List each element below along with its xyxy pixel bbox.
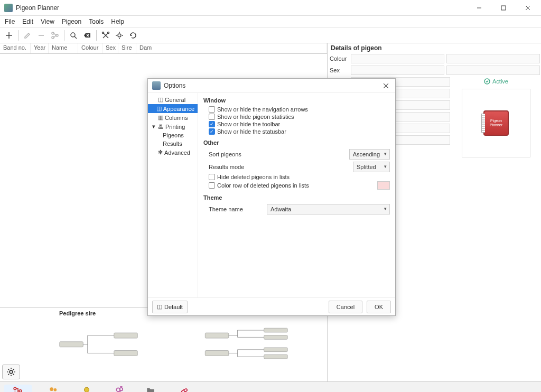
app-title: Pigeon Planner bbox=[16, 4, 467, 12]
section-theme: Theme bbox=[203, 194, 390, 201]
menu-file[interactable]: File bbox=[1, 17, 18, 26]
toolbar bbox=[0, 27, 541, 43]
app-icon bbox=[4, 4, 13, 12]
detail-sex-input2[interactable] bbox=[446, 66, 540, 75]
detail-sex-input[interactable] bbox=[351, 66, 444, 75]
edit-button[interactable] bbox=[21, 29, 34, 42]
clear-search-button[interactable] bbox=[80, 29, 94, 42]
dialog-footer: ◫ Default Cancel OK bbox=[148, 297, 395, 315]
svg-point-38 bbox=[53, 388, 57, 391]
col-sire[interactable]: Sire bbox=[118, 43, 136, 53]
chk-hide-deleted[interactable] bbox=[209, 174, 215, 180]
combo-results-mode[interactable]: Splitted bbox=[353, 162, 390, 172]
detail-colour-input[interactable] bbox=[351, 54, 444, 63]
tools-button[interactable] bbox=[99, 29, 113, 42]
label-sort: Sort pigeons bbox=[209, 151, 349, 157]
pedigree-settings-button[interactable] bbox=[2, 365, 20, 379]
combo-sort[interactable]: Ascending bbox=[349, 149, 390, 160]
dialog-icon bbox=[152, 81, 161, 90]
close-button[interactable] bbox=[516, 0, 540, 16]
svg-rect-1 bbox=[501, 6, 506, 10]
nav-pigeons[interactable]: Pigeons bbox=[148, 131, 198, 139]
relatives-icon bbox=[48, 386, 59, 393]
dialog-titlebar: Options bbox=[148, 79, 395, 92]
nav-columns[interactable]: ▥ Columns bbox=[148, 113, 198, 122]
settings-button[interactable] bbox=[113, 29, 126, 42]
tab-medication[interactable]: Medication bbox=[168, 385, 200, 393]
menu-view[interactable]: View bbox=[37, 17, 58, 26]
detail-label-sex: Sex bbox=[329, 67, 350, 73]
add-button[interactable] bbox=[2, 29, 16, 42]
maximize-button[interactable] bbox=[491, 0, 516, 16]
chk-nav-arrows[interactable] bbox=[209, 106, 215, 113]
pedigree-button[interactable] bbox=[48, 29, 62, 42]
dialog-close-button[interactable] bbox=[380, 80, 391, 91]
tab-relatives[interactable]: Relatives bbox=[39, 385, 67, 393]
nav-appearance[interactable]: ◫ Appearance bbox=[148, 104, 198, 113]
menu-help[interactable]: Help bbox=[107, 17, 128, 26]
medication-icon bbox=[179, 386, 190, 393]
svg-point-23 bbox=[10, 370, 13, 374]
cancel-button[interactable]: Cancel bbox=[329, 301, 362, 313]
col-colour[interactable]: Colour bbox=[78, 43, 102, 53]
nav-advanced[interactable]: ✻ Advanced bbox=[148, 148, 198, 157]
chk-statusbar[interactable] bbox=[209, 128, 215, 135]
svg-rect-31 bbox=[264, 348, 288, 352]
tab-pedigree[interactable]: Pedigree bbox=[4, 385, 32, 393]
svg-rect-26 bbox=[114, 350, 138, 356]
titlebar: Pigeon Planner bbox=[0, 0, 541, 16]
media-icon bbox=[145, 386, 156, 393]
separator bbox=[18, 30, 18, 41]
menu-pigeon[interactable]: Pigeon bbox=[58, 17, 85, 26]
col-dam[interactable]: Dam bbox=[136, 43, 327, 53]
svg-point-37 bbox=[50, 387, 53, 391]
breeding-icon bbox=[114, 386, 125, 393]
nav-general[interactable]: ◫ General bbox=[148, 95, 198, 104]
svg-point-9 bbox=[56, 34, 58, 36]
label-theme: Theme name bbox=[209, 206, 267, 212]
list-header: Band no. Year Name Colour Sex Sire Dam bbox=[0, 43, 327, 54]
combo-theme[interactable]: Adwaita bbox=[267, 204, 390, 214]
menubar: File Edit View Pigeon Tools Help bbox=[0, 16, 541, 27]
col-year[interactable]: Year bbox=[31, 43, 49, 53]
tab-breeding[interactable]: Breeding bbox=[106, 385, 133, 393]
tab-results[interactable]: Results bbox=[74, 385, 98, 393]
active-badge: Active bbox=[451, 76, 541, 87]
svg-point-7 bbox=[52, 32, 54, 34]
detail-colour-input2[interactable] bbox=[446, 54, 540, 63]
tab-media[interactable]: Media bbox=[141, 385, 161, 393]
svg-point-18 bbox=[118, 34, 121, 37]
remove-button[interactable] bbox=[34, 29, 48, 42]
details-title: Details of pigeon bbox=[329, 43, 541, 53]
svg-rect-30 bbox=[264, 335, 288, 340]
svg-point-36 bbox=[19, 389, 22, 392]
pigeon-planner-logo-icon: Pigeon Planner bbox=[483, 110, 509, 136]
separator bbox=[64, 30, 64, 41]
chk-color-deleted[interactable] bbox=[209, 182, 215, 189]
color-swatch[interactable] bbox=[377, 181, 390, 190]
dialog-content: Window Show or hide the navigation arrow… bbox=[198, 93, 395, 297]
svg-point-41 bbox=[120, 387, 123, 390]
refresh-button[interactable] bbox=[126, 29, 140, 42]
pedigree-icon bbox=[13, 386, 23, 393]
svg-rect-24 bbox=[60, 342, 83, 347]
col-sex[interactable]: Sex bbox=[102, 43, 118, 53]
col-band[interactable]: Band no. bbox=[0, 43, 31, 53]
menu-edit[interactable]: Edit bbox=[18, 17, 37, 26]
pigeon-image-frame[interactable]: Pigeon Planner bbox=[462, 89, 530, 157]
svg-point-8 bbox=[52, 36, 54, 39]
svg-rect-29 bbox=[264, 328, 288, 332]
menu-tools[interactable]: Tools bbox=[85, 17, 107, 26]
svg-rect-25 bbox=[114, 333, 138, 338]
minimize-button[interactable] bbox=[467, 0, 491, 16]
nav-printing[interactable]: ▾🖶 Printing bbox=[148, 122, 198, 131]
search-button[interactable] bbox=[67, 29, 80, 42]
separator bbox=[96, 30, 97, 41]
chk-statistics[interactable] bbox=[209, 114, 215, 120]
col-name[interactable]: Name bbox=[49, 43, 78, 53]
chk-toolbar[interactable] bbox=[209, 121, 215, 127]
default-button[interactable]: ◫ Default bbox=[152, 301, 188, 313]
nav-results[interactable]: Results bbox=[148, 139, 198, 148]
ok-button[interactable]: OK bbox=[367, 301, 391, 313]
pedigree-tree bbox=[58, 311, 323, 375]
